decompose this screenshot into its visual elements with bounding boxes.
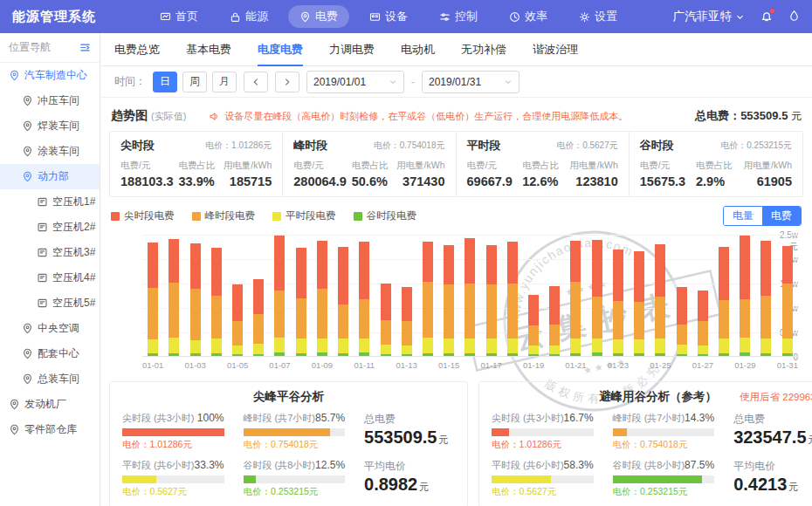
nav-item-control[interactable]: 控制: [428, 5, 489, 28]
prev-period-button[interactable]: [244, 72, 268, 92]
bar-segment: [211, 353, 222, 356]
progress-fill: [122, 475, 156, 483]
bar-slot: [269, 236, 290, 356]
bar-slot: [544, 286, 565, 356]
x-axis-tick: [713, 360, 734, 370]
bar-segment: [570, 282, 581, 338]
nav-item-electricity-fee[interactable]: 电费: [288, 5, 349, 28]
tenant-selector[interactable]: 广汽菲亚特: [673, 9, 746, 24]
stacked-bar: [592, 240, 602, 356]
tree-item[interactable]: 发动机厂: [0, 392, 100, 417]
next-period-button[interactable]: [275, 72, 299, 92]
chevron-right-icon: [283, 78, 292, 86]
content-area: 趋势图 (实际值) 设备尽量在峰段（高电价）时刻检修，在平或谷（低电价）生产运行…: [100, 98, 812, 506]
legend-label: 峰时段电费: [205, 209, 256, 222]
tree-item[interactable]: 空压机4#: [0, 265, 100, 291]
start-date-select[interactable]: 2019/01/01: [306, 71, 404, 93]
legend-item[interactable]: 峰时段电费: [192, 209, 256, 222]
bar-slot: [417, 242, 438, 356]
legend-item[interactable]: 谷时段电费: [354, 209, 417, 222]
nav-item-device[interactable]: 设备: [358, 5, 419, 28]
bar-segment: [338, 338, 348, 352]
progress-price: 电价：0.5627元: [492, 486, 594, 498]
tree-item-label: 总装车间: [38, 372, 79, 386]
time-filter: 时间： 日周月 2019/01/01 - 2019/01/31: [100, 66, 812, 98]
tab-0[interactable]: 电费总览: [114, 33, 160, 65]
time-mode-0[interactable]: 日: [153, 72, 177, 92]
tree-item[interactable]: 焊装车间: [0, 113, 100, 139]
theme-drop-toggle[interactable]: [788, 9, 800, 24]
tree-item[interactable]: 中央空调: [0, 316, 100, 341]
nav-item-efficiency[interactable]: 效率: [498, 5, 559, 28]
bar-segment: [760, 353, 771, 356]
nav-item-label: 控制: [455, 9, 478, 24]
legend-swatch: [192, 212, 201, 221]
notification-bell[interactable]: [760, 10, 773, 23]
nav-item-energy[interactable]: 能源: [218, 5, 279, 28]
tree-item-label: 焊装车间: [38, 119, 79, 133]
bar-segment: [338, 247, 348, 305]
bar-segment: [677, 287, 687, 325]
tree-item[interactable]: 总装车间: [0, 366, 100, 392]
x-axis-tick: 01-01: [142, 360, 163, 370]
time-mode-2[interactable]: 月: [212, 72, 237, 92]
bar-segment: [655, 353, 665, 356]
end-date-select[interactable]: 2019/01/31: [422, 71, 520, 93]
x-axis-tick: 01-29: [734, 360, 755, 370]
bar-segment: [444, 353, 454, 356]
progress-price: 电价：0.253215元: [244, 486, 346, 498]
bar-segment: [464, 338, 475, 352]
tab-3[interactable]: 力调电费: [329, 33, 375, 65]
legend-item[interactable]: 尖时段电费: [111, 209, 175, 222]
tab-5[interactable]: 无功补偿: [461, 33, 506, 65]
progress-label: 平时段 (共6小时): [122, 459, 195, 472]
period-card: 平时段电价：0.5627元电费/元电费占比用电量/kWh69667.912.6%…: [457, 132, 630, 196]
legend-label: 尖时段电费: [124, 209, 175, 222]
tab-label: 电费总览: [114, 42, 160, 58]
progress-track: [492, 428, 594, 436]
tree-item-label: 发动机厂: [24, 397, 66, 412]
stacked-bar: [549, 286, 560, 356]
tree-item[interactable]: 汽车制造中心: [0, 63, 100, 88]
bar-slot: [459, 238, 480, 356]
summary-value: 0.8982元: [364, 475, 455, 495]
tab-6[interactable]: 谐波治理: [533, 33, 578, 65]
bar-segment: [274, 352, 285, 356]
chart-legend: 尖时段电费峰时段电费平时段电费谷时段电费: [111, 209, 416, 222]
tree-item[interactable]: 零件部仓库: [0, 417, 100, 442]
bar-segment: [232, 321, 243, 345]
toggle-option-0[interactable]: 电量: [724, 207, 762, 225]
tab-4[interactable]: 电动机: [401, 33, 435, 65]
progress-percent: 12.5%: [315, 459, 345, 471]
tree-item[interactable]: 配套中心: [0, 341, 100, 366]
bar-slot: [734, 236, 755, 356]
bar-segment: [253, 344, 264, 354]
tab-1[interactable]: 基本电费: [186, 33, 231, 65]
tree-item[interactable]: 冲压车间: [0, 88, 100, 113]
tree-item[interactable]: 动力部: [0, 164, 100, 189]
bar-slot: [713, 247, 734, 356]
tree-item[interactable]: 空压机5#: [0, 291, 100, 316]
total-fee-value: 553509.5: [740, 109, 788, 122]
tree-item[interactable]: 空压机3#: [0, 240, 100, 265]
collapse-sidebar-icon[interactable]: [79, 42, 91, 53]
bar-segment: [317, 338, 327, 352]
bar-segment: [232, 354, 243, 356]
time-mode-1[interactable]: 周: [182, 72, 207, 92]
progress-label: 尖时段 (共3小时): [492, 412, 564, 425]
progress-track: [613, 475, 715, 483]
tab-2[interactable]: 电度电费: [258, 33, 303, 65]
tree-item[interactable]: 空压机2#: [0, 215, 100, 240]
nav-item-settings[interactable]: 设置: [568, 5, 629, 28]
legend-item[interactable]: 平时段电费: [272, 209, 336, 222]
tree-item-label: 涂装车间: [38, 144, 79, 159]
tree-item[interactable]: 空压机1#: [0, 189, 100, 215]
progress-percent: 85.7%: [315, 412, 345, 424]
nav-item-home[interactable]: 首页: [148, 5, 210, 28]
x-axis-tick: 01-09: [312, 360, 333, 370]
ratio-value: 33.9%: [178, 174, 217, 188]
toggle-option-1[interactable]: 电费: [762, 207, 801, 225]
savings-note: 使用后省 229963元: [740, 391, 812, 404]
bar-slot: [248, 279, 269, 356]
tree-item[interactable]: 涂装车间: [0, 139, 100, 164]
